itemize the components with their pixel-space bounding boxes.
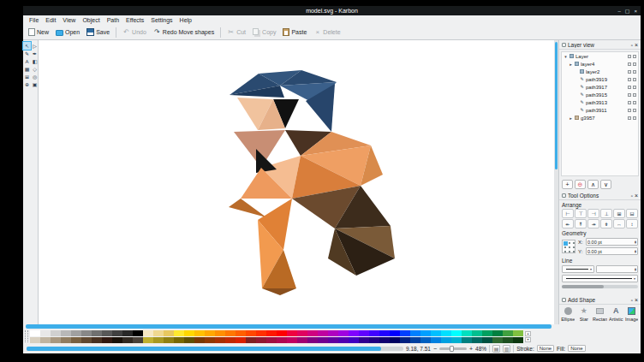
visibility-icon[interactable] (628, 70, 631, 74)
color-swatch[interactable] (122, 330, 133, 336)
page-view-button[interactable]: ▤ (492, 345, 500, 353)
layer-row[interactable]: ✎path3913 (562, 98, 638, 106)
shape-star[interactable]: ★Star (577, 306, 592, 322)
color-swatch[interactable] (451, 330, 462, 336)
color-swatch[interactable] (307, 330, 318, 336)
pan-tool[interactable]: ⊕ (23, 80, 31, 88)
color-swatch[interactable] (503, 337, 513, 343)
calligraphy-tool[interactable]: ✒ (31, 50, 39, 57)
color-swatch[interactable] (410, 330, 420, 336)
layer-row[interactable]: layer2 (562, 68, 638, 75)
canvas-vscroll-thumb[interactable] (555, 42, 558, 169)
color-swatch[interactable] (266, 330, 277, 336)
shape-ellipse[interactable]: Ellipse (561, 306, 575, 322)
tree-caret-icon[interactable]: ▾ (564, 54, 568, 59)
color-swatch[interactable] (153, 337, 164, 343)
color-swatch[interactable] (246, 337, 256, 343)
color-swatch[interactable] (369, 330, 379, 336)
menu-item-file[interactable]: File (26, 17, 42, 23)
color-swatch[interactable] (349, 330, 359, 336)
distribute-v-button[interactable]: ↕ (626, 219, 638, 228)
snap-tool[interactable]: ▣ (31, 80, 39, 88)
zoom-slider[interactable] (439, 347, 467, 350)
palette-hscrollbar[interactable] (27, 347, 403, 351)
undo-button[interactable]: ↶Undo (120, 27, 149, 37)
color-swatch[interactable] (184, 337, 194, 343)
color-swatch[interactable] (328, 330, 338, 336)
color-swatch[interactable] (297, 337, 307, 343)
color-swatch[interactable] (338, 330, 349, 336)
distribute-left-button[interactable]: ↞ (562, 219, 574, 228)
close-icon[interactable] (635, 193, 638, 199)
open-button[interactable]: Open (53, 27, 82, 37)
color-swatch[interactable] (205, 330, 215, 336)
visibility-icon[interactable] (628, 62, 631, 66)
lock-icon[interactable] (633, 55, 636, 58)
color-swatch[interactable] (307, 337, 318, 343)
color-swatch[interactable] (462, 337, 472, 343)
color-swatch[interactable] (359, 330, 369, 336)
color-swatch[interactable] (92, 330, 102, 336)
color-swatch[interactable] (81, 330, 92, 336)
menu-item-view[interactable]: View (59, 17, 79, 23)
shape-rectangle[interactable]: Rectan... (593, 306, 607, 322)
text-tool[interactable]: A (23, 57, 31, 65)
lock-icon[interactable] (633, 93, 636, 97)
spin-arrows-icon[interactable]: ▴▾ (635, 268, 636, 271)
palette-hscroll-thumb[interactable] (27, 347, 381, 351)
lock-icon[interactable] (633, 62, 636, 66)
zoom-slider-thumb[interactable] (450, 346, 454, 352)
line-join-combo[interactable]: ▾ (562, 275, 638, 282)
color-swatch[interactable] (40, 337, 51, 343)
color-swatch[interactable] (328, 337, 338, 343)
add-layer-button[interactable]: + (562, 180, 573, 189)
color-swatch[interactable] (277, 330, 287, 336)
visibility-icon[interactable] (628, 101, 631, 104)
color-swatch[interactable] (225, 330, 236, 336)
float-icon[interactable] (631, 193, 633, 199)
color-swatch[interactable] (215, 337, 225, 343)
visibility-icon[interactable] (628, 109, 631, 112)
color-swatch[interactable] (349, 337, 359, 343)
lock-icon[interactable] (633, 101, 636, 104)
lock-icon[interactable] (633, 86, 636, 89)
anchor-selector[interactable] (562, 240, 575, 253)
group-button[interactable]: ⊞ (613, 209, 625, 218)
canvas[interactable] (39, 40, 558, 324)
align-right-button[interactable]: ⊣ (587, 209, 599, 218)
color-swatch[interactable] (71, 330, 81, 336)
canvas-hscroll-thumb[interactable] (26, 324, 552, 329)
color-swatch[interactable] (102, 337, 112, 343)
color-swatch[interactable] (153, 330, 164, 336)
layer-row[interactable]: ✎path3917 (562, 83, 638, 91)
color-swatch[interactable] (513, 337, 523, 343)
color-swatch[interactable] (420, 337, 431, 343)
color-swatch[interactable] (174, 330, 184, 336)
tree-caret-icon[interactable]: ▸ (569, 116, 573, 121)
color-swatch[interactable] (184, 330, 194, 336)
color-swatch[interactable] (71, 337, 81, 343)
color-swatch[interactable] (40, 330, 51, 336)
color-swatch[interactable] (410, 337, 420, 343)
color-swatch[interactable] (30, 337, 40, 343)
default-tool[interactable]: ↖ (23, 42, 31, 50)
color-swatch[interactable] (379, 330, 390, 336)
color-swatch[interactable] (215, 330, 225, 336)
color-swatch[interactable] (246, 330, 256, 336)
lower-layer-button[interactable]: ∨ (600, 180, 611, 189)
color-swatch[interactable] (277, 337, 287, 343)
palette-up-icon[interactable]: ▴ (525, 331, 531, 336)
color-swatch[interactable] (287, 330, 297, 336)
maximize-icon[interactable]: ▢ (625, 9, 630, 14)
zoom-in-button[interactable]: + (469, 346, 473, 352)
close-icon[interactable] (635, 297, 638, 303)
color-swatch[interactable] (122, 337, 133, 343)
color-swatch[interactable] (441, 330, 451, 336)
x-spinbox[interactable]: 0.00 pt ▴▾ (586, 238, 638, 246)
visibility-icon[interactable] (628, 93, 631, 97)
palette-drag-handle[interactable] (25, 330, 28, 342)
zoom-tool[interactable]: ◎ (31, 73, 39, 80)
palette-down-icon[interactable]: ▾ (525, 337, 531, 342)
color-swatch[interactable] (112, 337, 122, 343)
shape-artistic-text[interactable]: AArtistic (609, 306, 623, 322)
